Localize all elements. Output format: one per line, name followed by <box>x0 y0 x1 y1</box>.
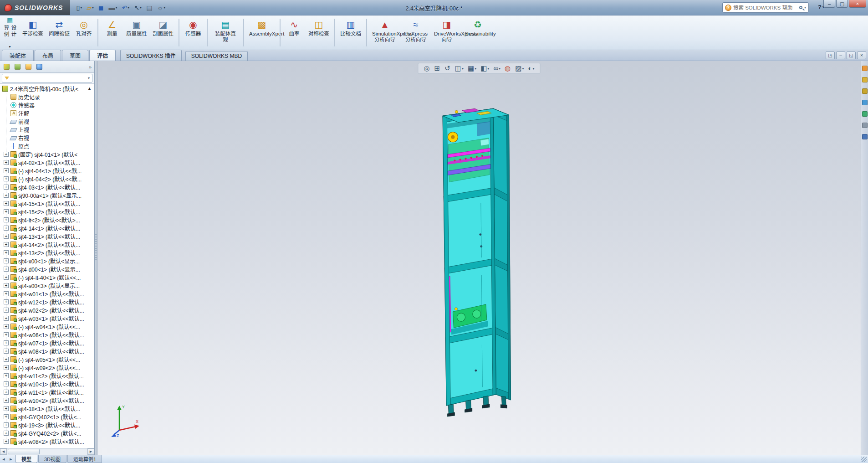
ribbon-button[interactable]: ◪ 剖面属性 <box>150 16 176 49</box>
expand-toggle[interactable]: + <box>4 242 9 247</box>
ribbon-button[interactable]: ≈ FloXpress 分析向导 <box>401 16 431 49</box>
save-button[interactable]: ◼ <box>97 4 106 12</box>
displaymanager-tab[interactable] <box>35 62 44 72</box>
ribbon-button[interactable]: ▩ AssemblyXpert <box>247 16 277 49</box>
expand-toggle[interactable]: + <box>4 226 9 231</box>
commandmanager-tab[interactable]: 评估 <box>89 50 116 61</box>
tree-item[interactable]: + sjt4-15<2> (默认<<默认... <box>0 207 94 216</box>
tree-horizontal-scrollbar[interactable]: ◀ ▶ <box>0 448 94 455</box>
ribbon-button[interactable] <box>334 19 335 46</box>
file-explorer-icon[interactable] <box>862 88 868 94</box>
undo-button[interactable]: ↶ ▾ <box>121 4 131 12</box>
tree-item[interactable]: + sjt4-14<1> (默认<<默认... <box>0 224 94 232</box>
tree-item[interactable]: 传感器 <box>0 101 94 109</box>
expand-toggle[interactable]: + <box>4 185 9 190</box>
expand-toggle[interactable]: + <box>4 258 9 263</box>
expand-toggle[interactable]: + <box>4 209 9 214</box>
tree-item[interactable]: + sjt4-19<3> (默认<<默认... <box>0 421 94 429</box>
commandmanager-tab[interactable]: 装配体 <box>2 50 34 61</box>
file-properties-button[interactable]: ▤ <box>145 4 154 12</box>
tree-item[interactable]: + (固定) sjt4-01<1> (默认< <box>0 150 94 158</box>
ribbon-button[interactable]: ◫ 对称检查 <box>306 16 332 49</box>
tree-item[interactable]: + (-) sjt4-lt-40<1> (默认<<... <box>0 273 94 281</box>
select-tool-button[interactable]: ↖ ▾ <box>133 4 143 12</box>
tree-item[interactable]: + sjt4-GYQ402<1> (默认<... <box>0 412 94 421</box>
expand-toggle[interactable]: + <box>4 316 9 321</box>
tree-item[interactable]: 上视 <box>0 125 94 134</box>
document-tab[interactable]: 模型 <box>15 455 37 463</box>
manager-tabs-overflow[interactable]: » <box>89 64 92 70</box>
zoom-fit-icon[interactable]: ◎ <box>424 65 430 72</box>
propertymanager-tab[interactable] <box>13 62 22 72</box>
configurationmanager-tab[interactable] <box>24 62 33 72</box>
tree-item[interactable]: 前视 <box>0 117 94 125</box>
ribbon-button[interactable] <box>366 19 367 46</box>
expand-toggle[interactable]: + <box>4 357 9 362</box>
tree-item[interactable]: + (-) sjt4-w09<2> (默认<<... <box>0 363 94 371</box>
expand-toggle[interactable]: + <box>4 398 9 403</box>
tree-item[interactable]: + sjt4-d00<1> (默认<显示... <box>0 265 94 273</box>
options-button[interactable]: ☼ ▾ <box>156 4 167 12</box>
solidworks-forum-icon[interactable] <box>862 134 868 139</box>
tree-collapse-arrow-icon[interactable]: ▲ <box>87 86 94 91</box>
help-search-box[interactable]: ? ▾ <box>722 2 809 13</box>
design-library-icon[interactable] <box>862 77 868 82</box>
new-document-button[interactable]: ▯ ▾ <box>75 4 83 12</box>
tree-item[interactable]: 注解 <box>0 109 94 117</box>
ribbon-button[interactable]: ◨ DriveWorksXpress 向导 <box>432 16 462 49</box>
expand-toggle[interactable]: + <box>4 267 9 272</box>
view-orientation-icon[interactable]: ▦ ▾ <box>468 65 476 72</box>
expand-toggle[interactable]: + <box>4 332 9 337</box>
tree-root-item[interactable]: 2.4米高空升降机-00c (默认< ▲ <box>0 84 94 93</box>
tree-item[interactable]: + sjt4-w11<2> (默认<<默认... <box>0 371 94 380</box>
tree-item[interactable]: + sjt4-15<1> (默认<<默认... <box>0 199 94 207</box>
edit-appearance-icon[interactable]: ◍ <box>505 65 511 72</box>
expand-toggle[interactable]: + <box>4 217 9 222</box>
document-tab[interactable]: 运动算例1 <box>67 455 102 463</box>
graphics-viewport[interactable]: ◎ ⊞ ↺ ◫ ▾ ▦ ▾ ◧ <box>97 61 861 455</box>
resize-grip[interactable] <box>861 457 867 462</box>
design-study-button[interactable]: ▦ 设计算例 ▾ <box>2 16 18 49</box>
expand-toggle[interactable]: + <box>4 365 9 370</box>
document-new-window-button[interactable]: ◳ <box>826 51 835 59</box>
tree-item[interactable]: + sjt4-s00<3> (默认<显示... <box>0 281 94 289</box>
expand-toggle[interactable]: + <box>4 176 9 181</box>
document-minimize-button[interactable]: – <box>836 51 845 59</box>
tree-item[interactable]: 历史记录 <box>0 93 94 101</box>
zoom-area-icon[interactable]: ⊞ <box>434 65 441 72</box>
tree-item[interactable]: + sjt4-w08<2> (默认<<默认... <box>0 437 94 445</box>
ribbon-button[interactable]: ⇄ 间隙验证 <box>46 16 72 49</box>
previous-view-icon[interactable]: ↺ <box>444 65 451 72</box>
close-button[interactable]: × <box>849 0 866 8</box>
print-button[interactable]: ▬ ▾ <box>107 4 119 12</box>
expand-toggle[interactable]: + <box>4 381 9 386</box>
tree-item[interactable]: + sjt4-w02<2> (默认<<默认... <box>0 306 94 314</box>
tree-item[interactable]: + sjt4-w03<1> (默认<<默认... <box>0 314 94 322</box>
expand-toggle[interactable]: + <box>4 390 9 395</box>
ribbon-button[interactable]: ◉ 传感器 <box>182 16 204 49</box>
expand-toggle[interactable]: + <box>4 340 9 345</box>
expand-toggle[interactable]: + <box>4 349 9 354</box>
search-icon[interactable] <box>799 6 802 9</box>
tree-item[interactable]: + (-) sjt4-w05<1> (默认<<... <box>0 355 94 363</box>
ribbon-button[interactable] <box>207 19 208 46</box>
expand-toggle[interactable]: + <box>4 373 9 378</box>
ribbon-button[interactable]: ◧ 干涉检查 <box>20 16 46 49</box>
appearances-scenes-icon[interactable] <box>862 111 868 117</box>
expand-toggle[interactable]: + <box>4 250 9 255</box>
tree-item[interactable]: + (-) sjt4-w04<1> (默认<<... <box>0 322 94 330</box>
tree-item[interactable]: 原点 <box>0 142 94 150</box>
tree-item[interactable]: + sjt4-GYQ402<2> (默认<... <box>0 429 94 437</box>
doc-tabs-scroll-right-icon[interactable]: ▶ <box>7 455 15 463</box>
expand-toggle[interactable]: + <box>4 439 9 444</box>
tree-item[interactable]: + sjt4-w06<1> (默认<<默认... <box>0 330 94 339</box>
scroll-right-icon[interactable]: ▶ <box>87 448 94 455</box>
ribbon-button[interactable] <box>97 19 98 46</box>
commandmanager-tab[interactable]: 布局 <box>35 50 61 61</box>
tree-item[interactable]: + sjt4-lt<2> (默认<<默认>... <box>0 216 94 224</box>
document-restore-button[interactable]: ◱ <box>847 51 856 59</box>
tree-item[interactable]: + sjt4-13<1> (默认<<默认... <box>0 232 94 240</box>
scrollbar-thumb[interactable] <box>8 449 40 454</box>
expand-toggle[interactable]: + <box>4 275 9 280</box>
expand-toggle[interactable]: + <box>4 422 9 427</box>
